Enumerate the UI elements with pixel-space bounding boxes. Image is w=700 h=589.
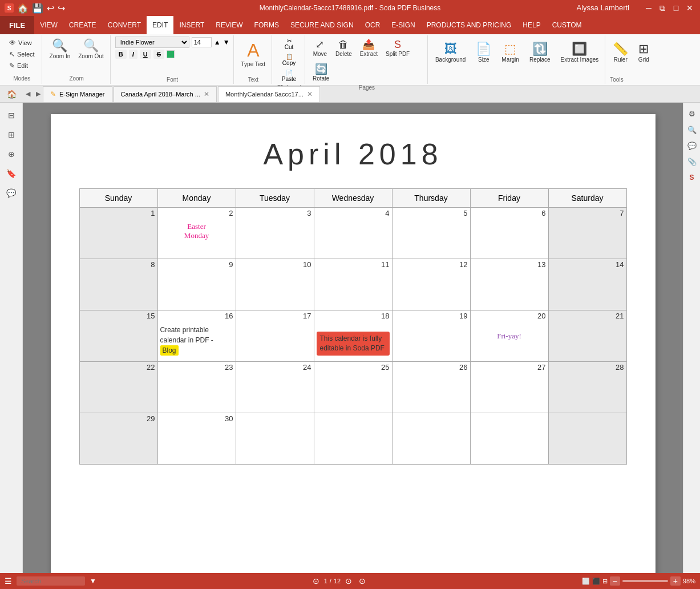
home-tab-btn[interactable]: 🏠 — [2, 87, 21, 101]
home-icon[interactable]: 🏠 — [17, 3, 29, 14]
file-menu[interactable]: FILE — [0, 16, 34, 34]
thumbnails-panel-icon[interactable]: ⊞ — [3, 127, 19, 143]
monthly-tab-close[interactable]: ✕ — [307, 90, 313, 98]
background-btn[interactable]: 🖼 Background — [432, 40, 468, 64]
canada-calendar-tab[interactable]: Canada April 2018–March ... ✕ — [114, 86, 217, 102]
save-icon[interactable]: 💾 — [32, 3, 43, 14]
canada-tab-label: Canada April 2018–March ... — [121, 91, 200, 98]
soda-logo: S — [5, 3, 14, 13]
forward-nav-btn[interactable]: ▶ — [35, 90, 42, 98]
extract-btn[interactable]: 📤 Extract — [357, 37, 381, 59]
forms-menu[interactable]: FORMS — [249, 16, 285, 34]
view-menu[interactable]: VIEW — [34, 16, 63, 34]
products-menu[interactable]: PRODUCTS AND PRICING — [421, 16, 517, 34]
cell-empty-5 — [548, 413, 626, 465]
zoom-minus-btn[interactable]: − — [610, 576, 620, 586]
zoom-level: 98% — [683, 578, 695, 584]
close-btn[interactable]: ✕ — [684, 3, 695, 13]
day-num: 13 — [473, 260, 546, 269]
size-btn[interactable]: 📄 Size — [473, 40, 494, 64]
zoom-in-btn[interactable]: 🔍 Zoom In — [47, 38, 74, 61]
rotate-btn[interactable]: 🔄 Rotate — [310, 61, 332, 83]
delete-btn[interactable]: 🗑 Delete — [333, 37, 355, 59]
comments-panel-icon[interactable]: 💬 — [3, 185, 19, 201]
fit-width-icon[interactable]: ⬜ — [582, 578, 590, 585]
cell-18: 18 This calendar is fully editable in So… — [314, 310, 392, 362]
minimize-btn[interactable]: ─ — [643, 3, 654, 13]
copy-btn[interactable]: 📋 Copy — [280, 53, 299, 67]
table-row: 22 23 24 25 26 27 28 — [79, 362, 626, 413]
italic-btn[interactable]: I — [129, 50, 137, 59]
last-page-btn[interactable]: ⊙ — [357, 576, 368, 586]
move-btn[interactable]: ⤢ Move — [310, 37, 330, 59]
restore-btn[interactable]: ⧉ — [657, 3, 668, 13]
pages-label: Pages — [359, 83, 375, 91]
zoom-slider[interactable] — [622, 580, 668, 582]
underline-btn[interactable]: U — [140, 50, 151, 59]
secure-sign-menu[interactable]: SECURE AND SIGN — [285, 16, 359, 34]
zoom-plus-btn[interactable]: + — [670, 576, 681, 586]
document-area[interactable]: April 2018 Sunday Monday Tuesday Wednesd… — [23, 103, 683, 573]
convert-menu[interactable]: CONVERT — [102, 16, 147, 34]
header-monday: Monday — [157, 189, 236, 208]
split-pdf-btn[interactable]: S Split PDF — [383, 37, 412, 59]
view-mode-btn[interactable]: 👁 View — [7, 38, 37, 48]
attach-panel-icon[interactable]: 📎 — [686, 155, 698, 168]
day-num: 4 — [317, 209, 390, 217]
comment-panel-icon[interactable]: 💬 — [686, 139, 698, 152]
margin-btn[interactable]: ⬚ Margin — [499, 40, 522, 64]
zoom-out-btn[interactable]: 🔍 Zoom Out — [75, 38, 106, 61]
extract-images-btn[interactable]: 🔲 Extract Images — [558, 40, 602, 64]
day-num: 10 — [238, 260, 311, 269]
fit-page-icon[interactable]: ⬛ — [592, 578, 600, 585]
maximize-btn[interactable]: □ — [670, 3, 682, 13]
layers-panel-icon[interactable]: ⊕ — [3, 146, 19, 162]
font-family-select[interactable]: Indie Flower — [115, 37, 189, 48]
menu-icon: ☰ — [5, 576, 12, 586]
custom-menu[interactable]: CUSTOM — [547, 16, 588, 34]
create-menu[interactable]: CREATE — [63, 16, 102, 34]
search-input[interactable] — [17, 576, 85, 586]
grid-btn[interactable]: ⊞ Grid — [633, 40, 654, 64]
font-color-box[interactable] — [167, 50, 175, 58]
redo-icon[interactable]: ↪ — [58, 3, 65, 14]
select-mode-btn[interactable]: ↖ Select — [7, 49, 37, 59]
insert-menu[interactable]: INSERT — [173, 16, 210, 34]
back-nav-btn[interactable]: ◀ — [22, 90, 34, 98]
canada-tab-close[interactable]: ✕ — [204, 90, 209, 98]
soda-panel-icon[interactable]: S — [686, 171, 698, 184]
cell-13: 13 — [470, 259, 548, 310]
actual-size-icon[interactable]: ⊞ — [602, 578, 608, 585]
esign-manager-tab[interactable]: ✎ E-Sign Manager — [43, 86, 112, 102]
esign-menu[interactable]: E-SIGN — [386, 16, 420, 34]
paste-btn[interactable]: 📄 Paste — [280, 68, 299, 83]
undo-icon[interactable]: ↩ — [47, 3, 54, 14]
review-menu[interactable]: REVIEW — [210, 16, 248, 34]
edit-mode-btn[interactable]: ✎ Edit — [7, 60, 37, 71]
zoom-panel-icon[interactable]: 🔍 — [686, 123, 698, 136]
pages-panel-icon[interactable]: ⊟ — [3, 107, 19, 123]
next-page-btn[interactable]: ⊙ — [343, 576, 354, 586]
properties-icon[interactable]: ⚙ — [686, 107, 698, 120]
cut-btn[interactable]: ✂ Cut — [280, 37, 299, 51]
day-num: 26 — [395, 363, 468, 372]
bold-btn[interactable]: B — [115, 50, 127, 59]
ruler-btn[interactable]: 📏 Ruler — [610, 40, 631, 64]
edit-menu[interactable]: EDIT — [147, 16, 173, 34]
replace-btn[interactable]: 🔃 Replace — [527, 40, 553, 64]
page-current: 1 — [324, 578, 327, 584]
day-num: 17 — [238, 312, 311, 320]
bookmarks-panel-icon[interactable]: 🔖 — [3, 166, 19, 181]
help-menu[interactable]: HELP — [517, 16, 546, 34]
margin-icon: ⬚ — [504, 42, 516, 57]
prev-page-btn[interactable]: ⊙ — [310, 576, 322, 586]
font-size-down-icon[interactable]: ▼ — [223, 38, 230, 46]
font-size-input[interactable] — [192, 37, 212, 47]
type-text-btn[interactable]: A Type Text — [238, 37, 269, 71]
font-size-up-icon[interactable]: ▲ — [214, 38, 221, 46]
monthly-calendar-tab[interactable]: MonthlyCalendar-5accc17... ✕ — [218, 86, 320, 102]
ocr-menu[interactable]: OCR — [359, 16, 386, 34]
strikethrough-btn[interactable]: S — [153, 50, 164, 59]
cell-empty-2 — [314, 413, 392, 465]
search-dropdown-icon[interactable]: ▼ — [90, 577, 96, 585]
